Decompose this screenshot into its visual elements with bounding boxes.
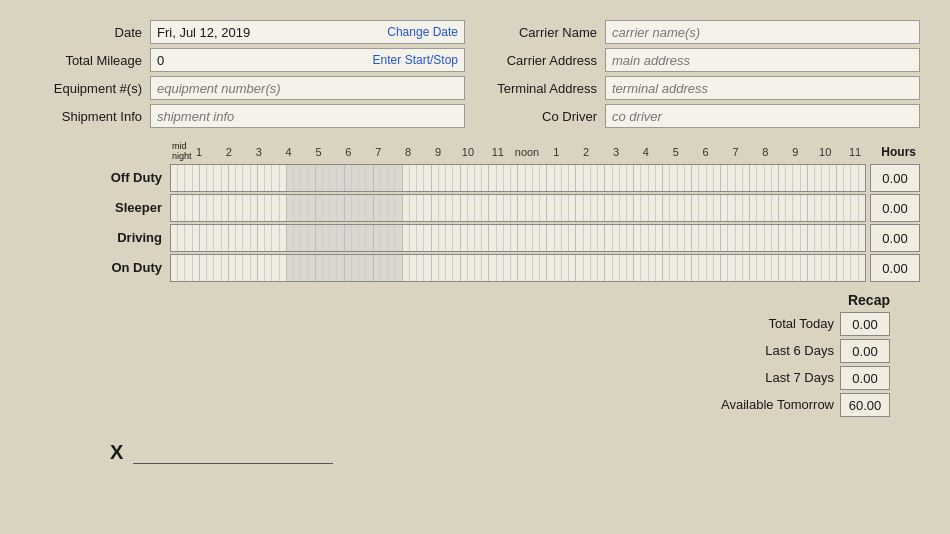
grid-cell-h17[interactable]	[663, 255, 692, 281]
grid-cell-h21[interactable]	[779, 225, 808, 251]
grid-cell-h14[interactable]	[576, 225, 605, 251]
grid-bars-0[interactable]	[170, 164, 866, 192]
signature-line[interactable]	[133, 440, 333, 464]
grid-cell-h18[interactable]	[692, 225, 721, 251]
grid-cell-h0[interactable]	[171, 195, 200, 221]
grid-cell-h17[interactable]	[663, 165, 692, 191]
grid-cell-h1[interactable]	[200, 255, 229, 281]
grid-cell-h22[interactable]	[808, 225, 837, 251]
grid-cell-h19[interactable]	[721, 165, 750, 191]
grid-cell-h3[interactable]	[258, 165, 287, 191]
grid-cell-h16[interactable]	[634, 255, 663, 281]
grid-cell-h5[interactable]	[316, 255, 345, 281]
grid-cell-h3[interactable]	[258, 255, 287, 281]
date-input[interactable]: Fri, Jul 12, 2019 Change Date	[150, 20, 465, 44]
grid-cell-h6[interactable]	[345, 165, 374, 191]
grid-cell-h10[interactable]	[461, 165, 490, 191]
grid-cell-h4[interactable]	[287, 195, 316, 221]
grid-cell-h17[interactable]	[663, 225, 692, 251]
grid-cell-h1[interactable]	[200, 165, 229, 191]
grid-cell-h14[interactable]	[576, 195, 605, 221]
grid-cell-h5[interactable]	[316, 225, 345, 251]
grid-cell-h20[interactable]	[750, 225, 779, 251]
grid-cell-h6[interactable]	[345, 255, 374, 281]
grid-cell-h1[interactable]	[200, 225, 229, 251]
grid-cell-h11[interactable]	[489, 195, 518, 221]
grid-cell-h6[interactable]	[345, 195, 374, 221]
enter-start-stop-button[interactable]: Enter Start/Stop	[373, 53, 458, 67]
carrier-name-input[interactable]	[605, 20, 920, 44]
grid-cell-h5[interactable]	[316, 195, 345, 221]
grid-cell-h5[interactable]	[316, 165, 345, 191]
grid-cell-h10[interactable]	[461, 225, 490, 251]
grid-cell-h1[interactable]	[200, 195, 229, 221]
grid-cell-h12[interactable]	[518, 195, 547, 221]
grid-cell-h22[interactable]	[808, 165, 837, 191]
grid-cell-h10[interactable]	[461, 195, 490, 221]
grid-cell-h19[interactable]	[721, 225, 750, 251]
grid-cell-h11[interactable]	[489, 225, 518, 251]
grid-cell-h7[interactable]	[374, 195, 403, 221]
grid-cell-h13[interactable]	[547, 165, 576, 191]
grid-bars-3[interactable]	[170, 254, 866, 282]
shipment-input[interactable]	[150, 104, 465, 128]
grid-cell-h22[interactable]	[808, 195, 837, 221]
grid-cell-h7[interactable]	[374, 255, 403, 281]
grid-cell-h8[interactable]	[403, 255, 432, 281]
grid-cell-h23[interactable]	[837, 255, 865, 281]
grid-cell-h13[interactable]	[547, 195, 576, 221]
grid-cell-h0[interactable]	[171, 255, 200, 281]
grid-cell-h12[interactable]	[518, 255, 547, 281]
grid-cell-h14[interactable]	[576, 255, 605, 281]
co-driver-input[interactable]	[605, 104, 920, 128]
grid-cell-h16[interactable]	[634, 195, 663, 221]
grid-cell-h23[interactable]	[837, 165, 865, 191]
grid-cell-h10[interactable]	[461, 255, 490, 281]
grid-cell-h7[interactable]	[374, 225, 403, 251]
grid-cell-h19[interactable]	[721, 255, 750, 281]
grid-cell-h12[interactable]	[518, 165, 547, 191]
grid-cell-h14[interactable]	[576, 165, 605, 191]
grid-cell-h4[interactable]	[287, 165, 316, 191]
grid-cell-h0[interactable]	[171, 225, 200, 251]
grid-cell-h13[interactable]	[547, 255, 576, 281]
grid-cell-h18[interactable]	[692, 255, 721, 281]
grid-cell-h23[interactable]	[837, 195, 865, 221]
grid-cell-h4[interactable]	[287, 225, 316, 251]
equipment-input[interactable]	[150, 76, 465, 100]
grid-cell-h23[interactable]	[837, 225, 865, 251]
grid-cell-h0[interactable]	[171, 165, 200, 191]
grid-cell-h15[interactable]	[605, 195, 634, 221]
grid-cell-h9[interactable]	[432, 165, 461, 191]
grid-cell-h15[interactable]	[605, 225, 634, 251]
grid-cell-h9[interactable]	[432, 195, 461, 221]
grid-cell-h11[interactable]	[489, 255, 518, 281]
grid-cell-h4[interactable]	[287, 255, 316, 281]
grid-cell-h9[interactable]	[432, 255, 461, 281]
grid-cell-h2[interactable]	[229, 195, 258, 221]
grid-cell-h6[interactable]	[345, 225, 374, 251]
change-date-button[interactable]: Change Date	[387, 25, 458, 39]
grid-cell-h7[interactable]	[374, 165, 403, 191]
terminal-address-input[interactable]	[605, 76, 920, 100]
grid-cell-h3[interactable]	[258, 225, 287, 251]
grid-cell-h12[interactable]	[518, 225, 547, 251]
grid-cell-h9[interactable]	[432, 225, 461, 251]
grid-cell-h21[interactable]	[779, 165, 808, 191]
grid-cell-h8[interactable]	[403, 195, 432, 221]
grid-bars-2[interactable]	[170, 224, 866, 252]
grid-cell-h20[interactable]	[750, 165, 779, 191]
grid-cell-h8[interactable]	[403, 225, 432, 251]
grid-bars-1[interactable]	[170, 194, 866, 222]
grid-cell-h3[interactable]	[258, 195, 287, 221]
grid-cell-h21[interactable]	[779, 255, 808, 281]
grid-cell-h22[interactable]	[808, 255, 837, 281]
grid-cell-h20[interactable]	[750, 195, 779, 221]
grid-cell-h2[interactable]	[229, 225, 258, 251]
grid-cell-h2[interactable]	[229, 255, 258, 281]
grid-cell-h11[interactable]	[489, 165, 518, 191]
grid-cell-h18[interactable]	[692, 195, 721, 221]
grid-cell-h17[interactable]	[663, 195, 692, 221]
grid-cell-h13[interactable]	[547, 225, 576, 251]
grid-cell-h8[interactable]	[403, 165, 432, 191]
